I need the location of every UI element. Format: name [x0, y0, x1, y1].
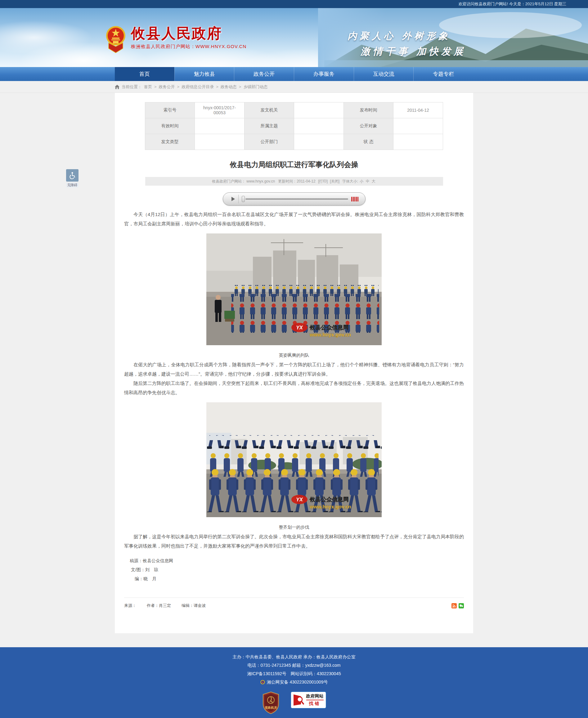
- share-icon[interactable]: [459, 603, 464, 609]
- police-badge-icon: [260, 680, 265, 684]
- article-paragraph: 今天（4月12日）上午，攸县电力局组织一百余名职工在县城区文化广场开展了一次气势…: [124, 210, 464, 228]
- gov-site-find-error-badge[interactable]: 政府网站 找错: [290, 691, 327, 709]
- article-card: 索引号 hnyx-0001/2017-00053 发文机关 发布时间 2011-…: [115, 93, 473, 633]
- svg-text:党政机关: 党政机关: [265, 706, 277, 709]
- breadcrumb-prefix: 当前位置：: [122, 81, 142, 93]
- slider-track[interactable]: [246, 198, 348, 200]
- footer-security-record[interactable]: 湘公网安备 43022302001009号: [267, 678, 328, 686]
- site-title: 攸县人民政府: [131, 25, 246, 41]
- info-label: 所属主题: [245, 118, 294, 134]
- info-value: [394, 134, 443, 150]
- svg-text:www.hnyx.gov.cn: www.hnyx.gov.cn: [309, 332, 351, 337]
- photo-marching: YX 攸县公众信息网 www.hnyx.gov.cn: [206, 402, 382, 517]
- magnifier-icon: [293, 694, 305, 706]
- breadcrumb-item-gov[interactable]: 政务公开: [159, 81, 175, 93]
- source-lines: 稿源：攸县公众信息网 文/图：刘 琼 编：晓 月: [124, 556, 464, 583]
- font-size-small[interactable]: 小: [360, 179, 363, 183]
- slider-thumb[interactable]: [242, 196, 245, 202]
- svg-text:www.hnyx.gov.cn: www.hnyx.gov.cn: [309, 504, 351, 509]
- party-gov-badge[interactable]: 党政机关: [262, 691, 280, 714]
- article-paragraph: 据了解，这是今年初以来县电力局举行的第二次军训会操了。此次会操，市电业局工会主席…: [124, 532, 464, 551]
- svg-text:YX: YX: [296, 325, 303, 330]
- page-body: 当前位置： 首页 > 政务公开 > 政府信息公开目录 > 政务动态 > 乡镇部门…: [0, 81, 588, 647]
- volume-bars[interactable]: [351, 197, 358, 202]
- info-label: 公开对象: [344, 118, 394, 134]
- info-label: 公开部门: [245, 134, 294, 150]
- national-emblem-icon: [105, 25, 126, 54]
- info-label: 索引号: [145, 102, 195, 118]
- nav-item-charm[interactable]: 魅力攸县: [174, 67, 234, 81]
- nav-item-home[interactable]: 首页: [115, 67, 174, 81]
- page-title: 攸县电力局组织职工进行军事化队列会操: [124, 160, 464, 169]
- slogan-line1: 内聚人心 外树形象: [348, 30, 466, 43]
- nav-item-services[interactable]: 办事服务: [294, 67, 354, 81]
- info-label: 发布时间: [344, 102, 394, 118]
- svg-text:YX: YX: [296, 497, 303, 502]
- breadcrumb: 当前位置： 首页 > 政务公开 > 政府信息公开目录 > 政务动态 > 乡镇部门…: [0, 81, 588, 93]
- breadcrumb-separator: >: [154, 81, 157, 93]
- rss-icon[interactable]: [451, 603, 457, 609]
- nav-item-gov-affairs[interactable]: 政务公开: [234, 67, 294, 81]
- meta-site-url: www.hnyx.gov.cn: [246, 179, 275, 183]
- accessibility-widget[interactable]: 无障碍: [66, 169, 79, 187]
- source-label: 来源：: [124, 603, 136, 609]
- article-meta-bar: 攸县政府门户网站： www.hnyx.gov.cn 更新时间：2011-04-1…: [145, 177, 443, 186]
- nav-item-specials[interactable]: 专题专栏: [413, 67, 473, 81]
- breadcrumb-item-township[interactable]: 乡镇部门动态: [243, 81, 268, 93]
- footer-icp: 湘ICP备13011592号 网站识别码：4302230045: [0, 670, 588, 678]
- photo-caption: 整齐划一的步伐: [124, 525, 464, 530]
- article-footer-row: 来源： 作者：肖三定 编辑：谭金波: [124, 598, 464, 609]
- font-size-large[interactable]: 大: [372, 179, 375, 183]
- wheelchair-icon: [68, 172, 76, 179]
- site-header: 内聚人心 外树形象 激情干事 加快发展 攸县人民政府 株洲攸县人民政府门户网站：…: [0, 8, 588, 67]
- info-label: 状 态: [344, 134, 394, 150]
- source-author: 文/图：刘 琼: [124, 565, 464, 574]
- breadcrumb-separator: >: [239, 81, 241, 93]
- author-label: 作者：肖三定: [147, 603, 171, 609]
- slogan-line2: 激情干事 加快发展: [361, 45, 466, 58]
- info-value: [195, 118, 245, 134]
- info-value: [394, 118, 443, 134]
- article-paragraph: 随后第二方阵的职工出场了。在会操期间，天空突然下起雨来，职工们不畏风雨，高标准地…: [124, 379, 464, 397]
- play-icon: [231, 197, 235, 201]
- svg-text:攸县公众信息网: 攸县公众信息网: [309, 324, 349, 331]
- table-row: 有效时间 所属主题 公开对象: [145, 118, 443, 134]
- topbar: 欢迎访问攸县政府门户网站! 今天是：2021年5月12日 星期三: [0, 0, 588, 8]
- font-size-medium[interactable]: 中: [366, 179, 370, 183]
- info-label: 发文机关: [245, 102, 294, 118]
- header-slogan: 内聚人心 外树形象 激情干事 加快发展: [348, 30, 466, 58]
- info-value: 2011-04-12: [394, 102, 443, 118]
- info-label: 发文类型: [145, 134, 195, 150]
- play-button[interactable]: [228, 194, 238, 203]
- main-nav: 首页 魅力攸县 政务公开 办事服务 互动交流 专题专栏: [0, 67, 588, 81]
- close-button[interactable]: [关闭]: [330, 179, 339, 183]
- cloud-decoration: [0, 20, 93, 55]
- breadcrumb-item-home[interactable]: 首页: [144, 81, 152, 93]
- info-value: [294, 118, 344, 134]
- photo-caption: 英姿飒爽的列队: [124, 353, 464, 358]
- site-brand: 攸县人民政府 株洲攸县人民政府门户网站：WWW.HNYX.GOV.CN: [105, 25, 246, 54]
- progress-slider[interactable]: [242, 196, 348, 202]
- audio-player: [223, 192, 365, 205]
- gov-site-label: 政府网站: [306, 694, 323, 700]
- table-row: 索引号 hnyx-0001/2017-00053 发文机关 发布时间 2011-…: [145, 102, 443, 118]
- document-info-table: 索引号 hnyx-0001/2017-00053 发文机关 发布时间 2011-…: [145, 102, 443, 150]
- breadcrumb-item-catalog[interactable]: 政府信息公开目录: [182, 81, 214, 93]
- source-origin: 稿源：攸县公众信息网: [124, 556, 464, 565]
- footer-contact: 电话：0731-24712345 邮箱：yxdzzw@163.com: [0, 661, 588, 670]
- site-subtitle: 株洲攸县人民政府门户网站：WWW.HNYX.GOV.CN: [131, 44, 246, 50]
- editor-label: 编辑：谭金波: [182, 603, 206, 609]
- breadcrumb-item-dynamics[interactable]: 政务动态: [220, 81, 237, 93]
- meta-update-time: 更新时间：2011-04-12: [278, 179, 316, 183]
- info-label: 有效时间: [145, 118, 195, 134]
- info-value: [195, 134, 245, 150]
- nav-item-interaction[interactable]: 互动交流: [354, 67, 414, 81]
- welcome-text: 欢迎访问攸县政府门户网站! 今天是：2021年5月12日 星期三: [459, 1, 566, 7]
- svg-text:攸县公众信息网: 攸县公众信息网: [309, 496, 349, 502]
- footer-organizer: 主办：中共攸县县委、攸县人民政府 承办：攸县人民政府办公室: [0, 653, 588, 661]
- breadcrumb-separator: >: [216, 81, 218, 93]
- info-value: [294, 102, 344, 118]
- print-button[interactable]: [打印]: [318, 179, 328, 183]
- site-footer: 主办：中共攸县县委、攸县人民政府 承办：攸县人民政府办公室 电话：0731-24…: [0, 647, 588, 718]
- breadcrumb-separator: >: [177, 81, 180, 93]
